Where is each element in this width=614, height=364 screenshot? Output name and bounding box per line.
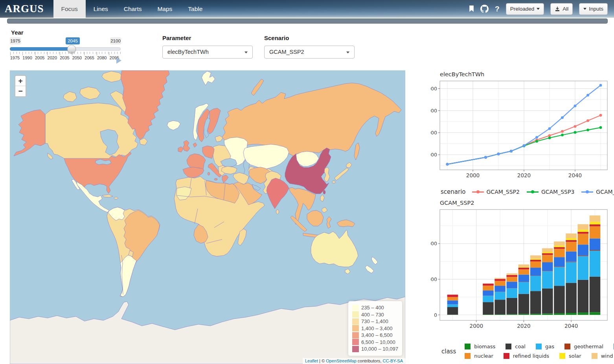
- tab-focus[interactable]: Focus: [53, 0, 86, 18]
- region-iberia[interactable]: [183, 167, 204, 178]
- legend-key-dot: [531, 190, 534, 193]
- github-icon[interactable]: [480, 5, 489, 13]
- bookmark-icon[interactable]: [469, 6, 474, 12]
- tab-maps[interactable]: Maps: [149, 0, 180, 18]
- country-iceland[interactable]: [167, 121, 180, 130]
- bar-segment-nuclear: [447, 297, 458, 301]
- country-antarctica[interactable]: [10, 297, 405, 364]
- preloaded-button[interactable]: Preloaded: [506, 3, 544, 15]
- island-kyushu[interactable]: [332, 181, 335, 183]
- island-taiwan[interactable]: [323, 190, 325, 194]
- island-nz-north[interactable]: [371, 257, 378, 265]
- country-argentina[interactable]: [120, 255, 136, 297]
- island-sri-lanka[interactable]: [276, 210, 279, 214]
- island-sardinia[interactable]: [208, 172, 210, 175]
- tab-charts[interactable]: Charts: [116, 0, 150, 18]
- country-ireland[interactable]: [178, 147, 183, 152]
- country-russia[interactable]: [222, 83, 401, 156]
- legend-item-coal[interactable]: coal: [506, 344, 526, 349]
- country-australia[interactable]: [311, 230, 358, 267]
- legend-label: geothermal: [574, 344, 603, 349]
- world-map[interactable]: + − 235 – 400400 – 730730 – 1,4001,400 –…: [10, 70, 405, 364]
- parameter-select[interactable]: elecByTechTWh: [162, 46, 253, 59]
- bar-segment-geothermal: [518, 282, 529, 282]
- island-vancouver[interactable]: [48, 153, 53, 159]
- island-ellesmere[interactable]: [102, 71, 123, 82]
- region-korea[interactable]: [324, 167, 330, 182]
- zoom-out-button[interactable]: −: [15, 86, 26, 96]
- legend-item-GCAM_SSP5[interactable]: GCAM_SSP5: [581, 189, 614, 195]
- bar-segment-biomass: [518, 314, 529, 315]
- island-sicily[interactable]: [214, 178, 217, 180]
- scenario-select[interactable]: GCAM_SSP2: [264, 46, 355, 59]
- island-new-guinea[interactable]: [337, 220, 355, 227]
- tab-lines[interactable]: Lines: [86, 0, 116, 18]
- island-svalbard[interactable]: [202, 71, 215, 85]
- inputs-button[interactable]: Inputs: [579, 3, 608, 15]
- tab-table[interactable]: Table: [180, 0, 210, 18]
- bar-segment-refined liquids: [495, 279, 506, 281]
- legend-key-dot: [476, 190, 480, 193]
- island-sakhalin[interactable]: [354, 143, 360, 160]
- play-button[interactable]: [116, 57, 121, 64]
- country-greece[interactable]: [222, 175, 228, 183]
- data-point: [574, 131, 577, 134]
- bar-segment-coal: [566, 283, 577, 313]
- class-legend: classbiomasscoalgasgeothermalhydronuclea…: [441, 344, 614, 359]
- island-novaya-zemlya[interactable]: [251, 79, 264, 96]
- leaflet-link[interactable]: Leaflet: [305, 358, 318, 363]
- region-alaska[interactable]: [14, 110, 45, 156]
- caret-down-icon: [346, 51, 349, 53]
- country-kazakhstan[interactable]: [243, 144, 289, 169]
- zoom-in-button[interactable]: +: [15, 76, 26, 86]
- map-canvas[interactable]: [10, 70, 405, 364]
- bar-segment-nuclear: [577, 234, 588, 245]
- legend-item-solar[interactable]: solar: [559, 353, 581, 359]
- island-hispaniola[interactable]: [114, 197, 118, 199]
- country-france[interactable]: [187, 154, 206, 169]
- island-hokkaido[interactable]: [346, 162, 352, 168]
- country-germany[interactable]: [202, 146, 214, 158]
- bar-segment-wind: [530, 256, 541, 259]
- map-legend-item: 400 – 730: [352, 311, 398, 318]
- island-sulawesi[interactable]: [327, 217, 331, 228]
- year-slider-fill: [10, 47, 72, 51]
- island-luzon[interactable]: [320, 195, 324, 202]
- data-point: [586, 94, 589, 97]
- legend-label: wind: [601, 353, 613, 359]
- data-point: [599, 84, 602, 87]
- island-borneo[interactable]: [307, 210, 324, 226]
- legend-item-gas[interactable]: gas: [536, 344, 554, 349]
- scenario-legend: scenarioGCAM_SSP2GCAM_SSP3GCAM_SSP5: [441, 188, 614, 195]
- island-nz-south[interactable]: [365, 265, 374, 273]
- country-india[interactable]: [267, 178, 289, 209]
- island-mindanao[interactable]: [322, 207, 327, 213]
- legend-item-geothermal[interactable]: geothermal: [564, 344, 603, 349]
- app-logo[interactable]: ARGUS: [0, 0, 53, 18]
- island-honshu[interactable]: [335, 168, 349, 180]
- region-baltics[interactable]: [215, 136, 223, 142]
- legend-item-wind[interactable]: wind: [592, 353, 613, 359]
- island-victoria[interactable]: [80, 87, 100, 99]
- country-usa[interactable]: [64, 152, 131, 193]
- bar-segment-coal: [495, 300, 506, 314]
- country-canada[interactable]: [45, 103, 138, 160]
- legend-swatch: [352, 311, 359, 318]
- island-banks[interactable]: [63, 92, 77, 102]
- country-uk[interactable]: [183, 140, 190, 151]
- help-icon[interactable]: ?: [495, 5, 500, 13]
- legend-item-GCAM_SSP2[interactable]: GCAM_SSP2: [472, 189, 520, 195]
- bar-segment-biomass: [506, 314, 517, 315]
- license-link[interactable]: CC-BY-SA: [382, 358, 403, 363]
- island-cuba[interactable]: [102, 195, 113, 197]
- osm-link[interactable]: OpenStreetMap: [326, 358, 357, 363]
- legend-item-nuclear[interactable]: nuclear: [465, 353, 493, 359]
- country-denmark[interactable]: [193, 143, 197, 147]
- island-tasmania[interactable]: [345, 269, 350, 274]
- legend-item-GCAM_SSP3[interactable]: GCAM_SSP3: [527, 189, 574, 195]
- download-all-button[interactable]: All: [550, 3, 573, 15]
- legend-item-biomass[interactable]: biomass: [465, 344, 495, 349]
- data-point: [599, 114, 602, 117]
- legend-item-refined liquids[interactable]: refined liquids: [504, 353, 549, 359]
- bar-segment-coal: [542, 289, 553, 314]
